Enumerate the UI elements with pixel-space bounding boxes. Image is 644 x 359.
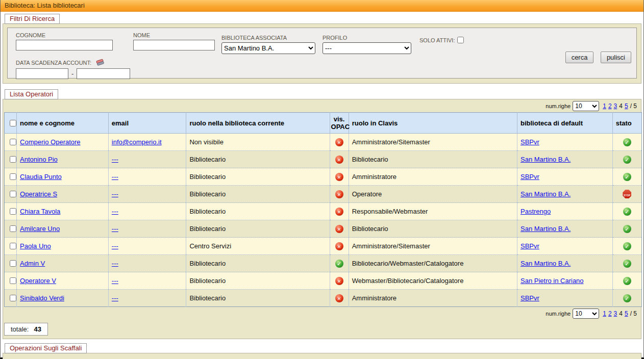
operator-name-link[interactable]: Amilcare Uno	[20, 225, 60, 233]
operator-name-link[interactable]: Antonino Pio	[20, 156, 58, 163]
row-checkbox[interactable]	[10, 260, 16, 267]
filters-panel: COGNOME NOME BIBLIOTECA ASSOCIATA San Ma…	[3, 23, 641, 84]
col-stato: stato	[612, 113, 641, 134]
x-circle-icon	[335, 208, 343, 216]
row-checkbox[interactable]	[10, 156, 16, 163]
cognome-input[interactable]	[16, 40, 113, 50]
ruolo-corrente-cell: Bibliotecario	[186, 203, 330, 220]
row-checkbox[interactable]	[10, 277, 16, 284]
filters-section: Filtri Di Ricerca COGNOME NOME BIBLIOTEC…	[3, 14, 641, 84]
operator-email-link[interactable]: ---	[112, 294, 118, 302]
shelf-section: Operazioni Sugli Scaffali aggiungi a sca…	[3, 343, 641, 359]
operator-email-link[interactable]: ---	[112, 242, 118, 250]
default-library-link[interactable]: SBPvr	[521, 242, 539, 250]
page-total: / 5	[630, 310, 637, 317]
x-circle-icon	[335, 242, 343, 250]
biblioteca-associata-select[interactable]: San Martino B.A.	[221, 42, 315, 54]
default-library-link[interactable]: SBPvr	[521, 138, 539, 146]
operator-name-link[interactable]: Sinibaldo Verdi	[20, 294, 64, 302]
page-link[interactable]: 3	[614, 102, 617, 110]
page-link[interactable]: 5	[625, 310, 628, 317]
page-current: 4	[619, 102, 623, 110]
operator-email-link[interactable]: ---	[112, 173, 118, 181]
page-link[interactable]: 3	[614, 310, 617, 317]
x-circle-icon	[335, 277, 343, 285]
page-current: 4	[619, 310, 623, 317]
cerca-button[interactable]: cerca	[565, 52, 594, 63]
default-library-link[interactable]: San Martino B.A.	[521, 190, 571, 198]
ruolo-corrente-cell: Non visibile	[186, 134, 330, 151]
check-circle-icon	[335, 260, 343, 268]
row-checkbox[interactable]	[10, 225, 16, 232]
eraser-icon[interactable]	[95, 59, 106, 66]
table-row: Operatore V---BibliotecarioWebmaster/Bib…	[5, 272, 642, 290]
page: Biblioteca: Lista bibliotecari Filtri Di…	[0, 0, 644, 359]
operator-name-link[interactable]: Paola Uno	[20, 242, 51, 250]
operator-email-link[interactable]: ---	[112, 190, 118, 198]
page-link[interactable]: 5	[625, 102, 628, 110]
operator-name-link[interactable]: Comperio Operatore	[20, 138, 81, 146]
operator-name-link[interactable]: Operatrice S	[20, 190, 57, 198]
operator-email-link[interactable]: ---	[112, 208, 118, 215]
x-circle-icon	[335, 190, 343, 198]
pagination-pages: 12345/ 5	[602, 310, 638, 317]
profilo-select[interactable]: ---	[323, 42, 411, 54]
date-from-input[interactable]	[16, 68, 68, 79]
ruolo-clavis-cell: Bibliotecario	[349, 151, 517, 168]
row-checkbox[interactable]	[10, 208, 16, 215]
operator-email-link[interactable]: ---	[112, 260, 118, 267]
page-link[interactable]: 2	[608, 310, 612, 317]
check-circle-icon	[623, 208, 631, 216]
row-checkbox[interactable]	[10, 243, 16, 249]
default-library-link[interactable]: Pastrengo	[521, 208, 551, 215]
solo-attivi-checkbox[interactable]	[457, 37, 464, 43]
page-size-select[interactable]: 10	[573, 101, 599, 111]
operator-name-link[interactable]: Claudia Punto	[20, 173, 62, 181]
total-box: totale:43	[4, 323, 48, 336]
page-link[interactable]: 1	[603, 310, 606, 317]
solo-attivi-label: SOLO ATTIVI:	[419, 37, 455, 43]
row-checkbox[interactable]	[10, 191, 16, 197]
operator-name-link[interactable]: Chiara Tavola	[20, 208, 60, 215]
operator-email-link[interactable]: ---	[112, 225, 118, 233]
operator-name-link[interactable]: Admin V	[20, 260, 45, 267]
default-library-link[interactable]: SBPvr	[521, 294, 539, 302]
col-nome-e-cognome: nome e cognome	[17, 113, 109, 134]
operator-name-link[interactable]: Operatore V	[20, 277, 56, 285]
default-library-link[interactable]: San Pietro in Cariano	[521, 277, 584, 285]
operators-tbody: Comperio Operatoreinfo@comperio.itNon vi…	[5, 134, 642, 307]
filters-legend: Filtri Di Ricerca	[5, 14, 60, 24]
ruolo-corrente-cell: Bibliotecario	[186, 168, 330, 186]
check-circle-icon	[623, 156, 631, 164]
ruolo-corrente-cell: Bibliotecario	[186, 255, 330, 272]
operators-table: nome e cognome email ruolo nella bibliot…	[4, 112, 642, 307]
table-row: Amilcare Uno---BibliotecarioBibliotecari…	[5, 220, 642, 238]
default-library-link[interactable]: San Martino B.A.	[521, 260, 571, 267]
check-circle-icon	[623, 138, 631, 146]
default-library-link[interactable]: San Martino B.A.	[521, 225, 571, 233]
check-circle-icon	[623, 173, 631, 181]
ruolo-clavis-cell: Amministratore	[349, 168, 517, 186]
operator-email-link[interactable]: info@comperio.it	[112, 138, 162, 146]
nome-input[interactable]	[133, 40, 215, 50]
check-circle-icon	[623, 242, 631, 250]
operator-email-link[interactable]: ---	[112, 277, 118, 285]
row-checkbox[interactable]	[10, 173, 16, 180]
select-all-checkbox[interactable]	[10, 120, 16, 126]
window-title: Biblioteca: Lista bibliotecari	[1, 0, 643, 12]
row-checkbox[interactable]	[10, 139, 16, 145]
ruolo-clavis-cell: Bibliotecario	[349, 220, 517, 238]
col-ruolo-corrente: ruolo nella biblioteca corrente	[186, 113, 330, 134]
page-link[interactable]: 2	[608, 102, 612, 110]
page-link[interactable]: 1	[603, 102, 606, 110]
default-library-link[interactable]: SBPvr	[521, 173, 539, 181]
pulisci-button[interactable]: pulisci	[601, 52, 631, 63]
ruolo-corrente-cell: Bibliotecario	[186, 151, 330, 168]
page-size-select[interactable]: 10	[573, 309, 599, 319]
default-library-link[interactable]: San Martino B.A.	[521, 156, 571, 163]
row-checkbox[interactable]	[10, 295, 16, 301]
operator-email-link[interactable]: ---	[112, 156, 118, 163]
col-email: email	[108, 113, 186, 134]
date-to-input[interactable]	[77, 68, 130, 79]
ruolo-clavis-cell: Operatore	[349, 186, 517, 203]
